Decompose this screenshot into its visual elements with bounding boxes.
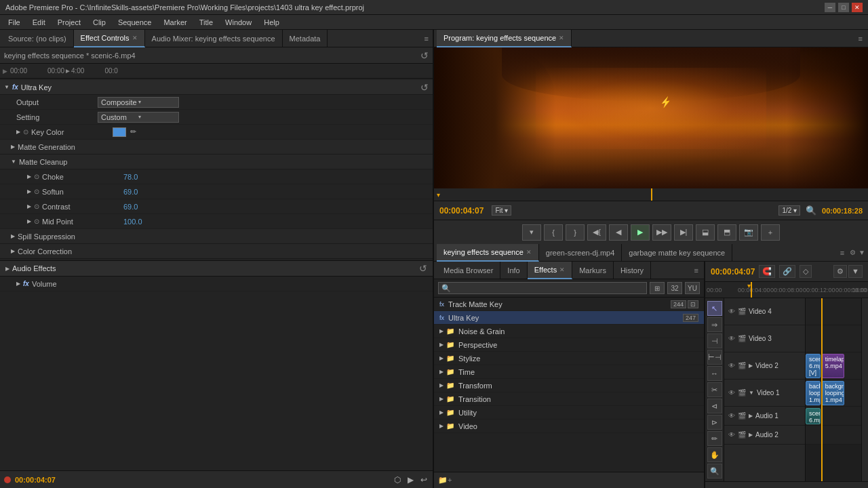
pm-play-btn[interactable]: ▶ — [631, 224, 650, 241]
audio1-eye-icon[interactable]: 👁 — [728, 412, 735, 420]
audio2-camera-icon[interactable]: 🎬 — [738, 431, 746, 439]
pm-playhead-bar[interactable]: ▾ — [434, 188, 868, 201]
tool-zoom[interactable]: 🔍 — [707, 464, 722, 479]
track-row-video1[interactable]: background-looping-1.mp4 background-loop… — [806, 380, 861, 407]
video4-camera-icon[interactable]: 🎬 — [738, 308, 746, 315]
timeline-ruler[interactable]: 00:00 00:00:04:00 00:00:08:00 00:00:12:0… — [705, 282, 868, 298]
track-row-audio2[interactable] — [806, 426, 861, 445]
tab-timeline-main-close[interactable]: ✕ — [526, 249, 532, 256]
tool-select[interactable]: ↖ — [707, 301, 722, 316]
timeline-settings-icon[interactable]: ⚙ — [850, 249, 856, 256]
pm-add-btn[interactable]: + — [761, 224, 780, 241]
left-panel-menu[interactable]: ≡ — [422, 33, 431, 44]
effects-new-bin-btn[interactable]: ⊞ — [650, 282, 665, 294]
video3-eye-icon[interactable]: 👁 — [728, 335, 735, 342]
timeline-collapse-icon[interactable]: ▼ — [859, 249, 865, 256]
setting-dropdown[interactable]: Custom ▾ — [98, 112, 179, 123]
matte-cleanup-header[interactable]: ▼ Matte Cleanup — [0, 155, 433, 169]
tab-timeline-garbage[interactable]: garbage matte key sequence — [622, 244, 732, 262]
menu-file[interactable]: File — [3, 17, 26, 28]
menu-project[interactable]: Project — [52, 17, 86, 28]
list-item-stylize[interactable]: ▶ 📁 Stylize — [434, 352, 704, 365]
tool-razor[interactable]: ✂ — [707, 382, 722, 397]
fit-dropdown[interactable]: Fit ▾ — [492, 205, 511, 216]
clip-background1[interactable]: background-looping-1.mp4 — [806, 381, 821, 405]
tool-hand[interactable]: ✋ — [707, 447, 722, 462]
output-dropdown[interactable]: Composite ▾ — [98, 97, 179, 108]
mid-point-value[interactable]: 100.0 — [123, 218, 142, 226]
volume-expand[interactable]: ▶ — [16, 281, 20, 287]
tab-history[interactable]: History — [614, 262, 651, 279]
clip-background2[interactable]: background-looping-1.mp4 — [822, 381, 844, 405]
track-row-video4[interactable] — [806, 298, 861, 325]
maximize-button[interactable]: □ — [838, 3, 849, 12]
pm-step-back-frame-btn[interactable]: { — [544, 224, 563, 241]
menu-marker[interactable]: Marker — [158, 17, 192, 28]
list-item-track-matte-key[interactable]: fx Track Matte Key 244 ⊡ — [434, 298, 704, 311]
ec-timeline-expand[interactable]: ▶ — [3, 68, 7, 75]
audio-effects-bar[interactable]: ▶ Audio Effects ↺ — [0, 260, 433, 277]
softun-expand[interactable]: ▶ — [27, 188, 31, 195]
tool-rolling[interactable]: ⊢⊣ — [707, 350, 722, 365]
video1-expand[interactable]: ▼ — [749, 390, 754, 396]
program-monitor-close[interactable]: ✕ — [559, 35, 564, 41]
pm-loop-in-btn[interactable]: ▾ — [522, 224, 541, 241]
program-panel-menu[interactable]: ≡ — [856, 33, 865, 44]
list-item-transform[interactable]: ▶ 📁 Transform — [434, 379, 704, 392]
tl-link-btn[interactable]: 🔗 — [779, 265, 795, 278]
clip-scenic-v[interactable]: scenic-6.mp4 [V] — [806, 354, 821, 378]
key-color-swatch[interactable] — [113, 127, 126, 137]
audio1-expand[interactable]: ▶ — [749, 413, 753, 419]
video2-expand[interactable]: ▶ — [749, 363, 753, 369]
effects-new-folder-icon[interactable]: 📁+ — [438, 476, 452, 485]
tl-snap-btn[interactable]: 🧲 — [759, 265, 775, 278]
track-scroll-v[interactable] — [861, 298, 868, 481]
minimize-button[interactable]: ─ — [825, 3, 835, 12]
tab-metadata[interactable]: Metadata — [283, 30, 328, 47]
tool-track-select[interactable]: ⇒ — [707, 317, 722, 332]
ec-loop-btn[interactable]: ↩ — [419, 474, 429, 486]
clip-timelapse[interactable]: timelapse-5.mp4 — [822, 354, 844, 378]
tab-markurs[interactable]: Markurs — [572, 262, 614, 279]
mid-point-expand[interactable]: ▶ — [27, 218, 31, 224]
contrast-expand[interactable]: ▶ — [27, 203, 31, 209]
tab-media-browser[interactable]: Media Browser — [437, 262, 500, 279]
pm-camera-btn[interactable]: 📷 — [739, 224, 758, 241]
list-item-perspective[interactable]: ▶ 📁 Perspective — [434, 338, 704, 352]
matte-generation-header[interactable]: ▶ Matte Generation — [0, 140, 433, 155]
audio2-eye-icon[interactable]: 👁 — [728, 431, 735, 439]
video1-camera-icon[interactable]: 🎬 — [738, 389, 746, 396]
list-item-transition[interactable]: ▶ 📁 Transition — [434, 392, 704, 406]
tab-timeline-green[interactable]: green-screen-dj.mp4 — [539, 244, 623, 262]
choke-expand[interactable]: ▶ — [27, 174, 31, 180]
tab-effects[interactable]: Effects ✕ — [528, 262, 572, 279]
pm-fast-fwd-btn[interactable]: ▶▶ — [652, 224, 671, 241]
tab-effects-close[interactable]: ✕ — [559, 266, 565, 273]
tool-slip[interactable]: ⊲ — [707, 399, 722, 413]
video2-camera-icon[interactable]: 🎬 — [738, 362, 746, 369]
tab-info[interactable]: Info — [500, 262, 527, 279]
tab-effect-controls-close[interactable]: ✕ — [132, 35, 138, 41]
menu-window[interactable]: Window — [220, 17, 257, 28]
tab-program-monitor[interactable]: Program: keying effects sequence ✕ — [437, 30, 572, 47]
scale-dropdown[interactable]: 1/2 ▾ — [778, 205, 800, 216]
track-row-video3[interactable] — [806, 325, 861, 352]
tl-settings-btn[interactable]: ⚙ — [833, 265, 847, 278]
zoom-icon[interactable]: 🔍 — [803, 204, 819, 217]
tl-add-marker-btn[interactable]: ◇ — [800, 265, 812, 278]
tool-rate-stretch[interactable]: ↔ — [707, 366, 722, 381]
color-correction-header[interactable]: ▶ Color Correction — [0, 244, 433, 259]
tab-audio-mixer[interactable]: Audio Mixer: keying effects sequence — [145, 30, 283, 47]
video2-eye-icon[interactable]: 👁 — [728, 362, 735, 369]
track-row-audio1[interactable]: scenic-6.mp4 [A] — [806, 407, 861, 426]
track-row-video2[interactable]: scenic-6.mp4 [V] timelapse-5.mp4 — [806, 352, 861, 380]
ec-snap-btn[interactable]: ⬡ — [393, 474, 402, 486]
menu-edit[interactable]: Edit — [27, 17, 51, 28]
effects-32-btn[interactable]: 32 — [667, 282, 682, 294]
menu-help[interactable]: Help — [258, 17, 285, 28]
list-item-noise-grain[interactable]: ▶ 📁 Noise & Grain — [434, 325, 704, 338]
list-item-ultra-key[interactable]: fx Ultra Key 247 — [434, 311, 704, 325]
tool-slide[interactable]: ⊳ — [707, 415, 722, 430]
tab-source[interactable]: Source: (no clips) — [1, 30, 74, 47]
menu-clip[interactable]: Clip — [87, 17, 111, 28]
